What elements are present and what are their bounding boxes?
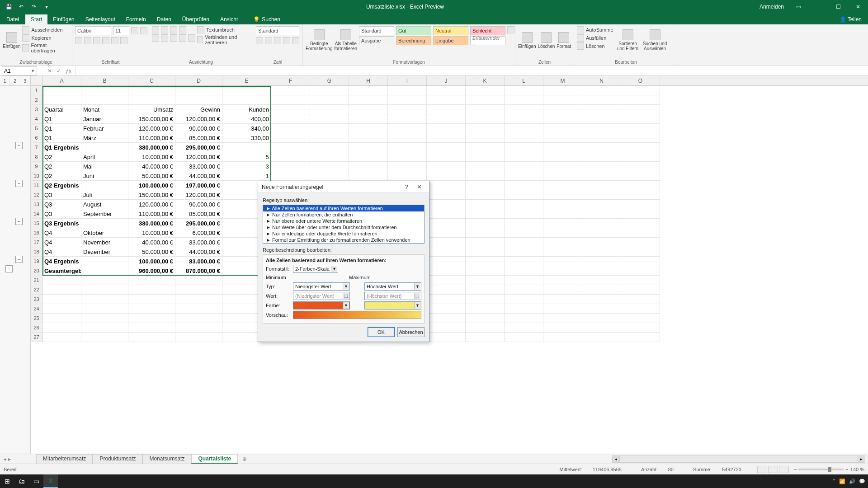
rule-option[interactable]: ► Formel zur Ermittlung der zu formatier…	[263, 237, 424, 243]
outline-collapse-q2[interactable]: −	[15, 180, 23, 187]
cell[interactable]	[427, 304, 466, 314]
cell[interactable]	[543, 86, 582, 95]
cell[interactable]: 295.000,00 €	[175, 219, 222, 228]
row-header[interactable]: 26	[31, 323, 42, 333]
cell[interactable]: Juni	[81, 171, 128, 181]
cell[interactable]	[271, 95, 310, 105]
cell[interactable]	[175, 314, 222, 323]
style-output[interactable]: Ausgabe	[359, 36, 394, 45]
cell[interactable]	[582, 143, 621, 152]
cell[interactable]	[388, 86, 427, 95]
cell[interactable]	[543, 333, 582, 342]
cell[interactable]: Mai	[81, 162, 128, 171]
cell[interactable]	[466, 314, 505, 323]
cell[interactable]	[466, 124, 505, 133]
column-header-F[interactable]: F	[271, 76, 310, 85]
cancel-formula-icon[interactable]: ✕	[47, 68, 52, 74]
cell[interactable]	[466, 276, 505, 285]
cell[interactable]	[582, 247, 621, 257]
zoom-slider[interactable]	[798, 469, 844, 470]
italic-icon[interactable]	[84, 37, 91, 44]
cell[interactable]	[271, 124, 310, 133]
cell[interactable]	[42, 304, 81, 314]
column-header-A[interactable]: A	[42, 76, 81, 85]
bold-icon[interactable]	[75, 37, 82, 44]
cell[interactable]	[466, 247, 505, 257]
cell[interactable]: 90.000,00 €	[175, 124, 222, 133]
cell[interactable]	[543, 200, 582, 209]
currency-icon[interactable]	[256, 37, 263, 44]
cell[interactable]	[582, 285, 621, 295]
cell[interactable]: 870.000,00 €	[175, 266, 222, 276]
cell[interactable]	[388, 133, 427, 143]
cell[interactable]	[582, 238, 621, 247]
cell[interactable]	[543, 238, 582, 247]
delete-cells-button[interactable]: Löschen	[538, 25, 555, 55]
start-menu-icon[interactable]: ⊞	[0, 474, 14, 488]
row-header[interactable]: 17	[31, 238, 42, 247]
max-value-input[interactable]: (Höchster Wert)⬚	[364, 292, 421, 300]
cell[interactable]	[427, 190, 466, 200]
cell[interactable]	[621, 238, 660, 247]
row-header[interactable]: 15	[31, 219, 42, 228]
cell[interactable]: Q1	[42, 124, 81, 133]
row-header[interactable]: 24	[31, 304, 42, 314]
cell[interactable]	[582, 190, 621, 200]
cell[interactable]	[505, 238, 543, 247]
cell[interactable]	[388, 152, 427, 162]
cell[interactable]	[427, 86, 466, 95]
maximize-icon[interactable]: ☐	[833, 4, 844, 10]
column-header-E[interactable]: E	[222, 76, 271, 85]
cell[interactable]: Q1 Ergebnis	[42, 143, 81, 152]
cell[interactable]	[310, 162, 349, 171]
cell[interactable]	[582, 105, 621, 114]
cell[interactable]	[505, 162, 543, 171]
cell[interactable]	[621, 162, 660, 171]
cell[interactable]	[621, 228, 660, 238]
cell[interactable]	[505, 285, 543, 295]
cell[interactable]	[505, 200, 543, 209]
cell[interactable]: Q3	[42, 200, 81, 209]
max-type-combo[interactable]: Höchster Wert▼	[364, 282, 421, 291]
comma-icon[interactable]	[274, 37, 281, 44]
cell[interactable]	[81, 285, 128, 295]
minimize-icon[interactable]: —	[813, 4, 824, 10]
taskbar-app-icon[interactable]: ▭	[29, 474, 43, 488]
cell[interactable]	[271, 86, 310, 95]
dialog-close-icon[interactable]: ✕	[413, 183, 425, 190]
row-header[interactable]: 6	[31, 133, 42, 143]
cell[interactable]: Oktober	[81, 228, 128, 238]
cell[interactable]: 960.000,00 €	[128, 266, 175, 276]
view-normal-icon[interactable]	[757, 466, 767, 473]
cell[interactable]	[81, 276, 128, 285]
cell[interactable]	[621, 295, 660, 304]
cell[interactable]	[621, 314, 660, 323]
rule-option[interactable]: ► Nur Zellen formatieren, die enthalten	[263, 211, 424, 218]
cell[interactable]	[582, 200, 621, 209]
paste-button[interactable]: Einfügen	[3, 25, 20, 55]
cell[interactable]	[466, 295, 505, 304]
rule-option[interactable]: ► Alle Zellen basierend auf ihren Werten…	[263, 205, 424, 211]
cell[interactable]	[128, 304, 175, 314]
cell[interactable]	[543, 219, 582, 228]
cell[interactable]	[543, 276, 582, 285]
cell[interactable]	[81, 266, 128, 276]
cell[interactable]	[388, 114, 427, 124]
border-icon[interactable]	[102, 37, 109, 44]
column-header-N[interactable]: N	[582, 76, 621, 85]
tab-formulas[interactable]: Formeln	[121, 14, 151, 24]
find-select-button[interactable]: Suchen und Auswählen	[642, 25, 668, 55]
cell[interactable]	[81, 219, 128, 228]
cell[interactable]: Umsatz	[128, 105, 175, 114]
sheet-tab[interactable]: Monatsumsatz	[142, 454, 191, 464]
view-pagelayout-icon[interactable]	[768, 466, 778, 473]
copy-button[interactable]: Kopieren	[22, 34, 69, 42]
cell[interactable]	[466, 285, 505, 295]
cell[interactable]	[466, 105, 505, 114]
select-all-corner[interactable]	[31, 76, 42, 85]
cell[interactable]	[582, 181, 621, 190]
dialog-help-icon[interactable]: ?	[400, 183, 413, 190]
taskbar-explorer-icon[interactable]: 🗂	[14, 474, 29, 488]
zoom-control[interactable]: − + 140 %	[794, 467, 864, 472]
cell[interactable]	[42, 285, 81, 295]
